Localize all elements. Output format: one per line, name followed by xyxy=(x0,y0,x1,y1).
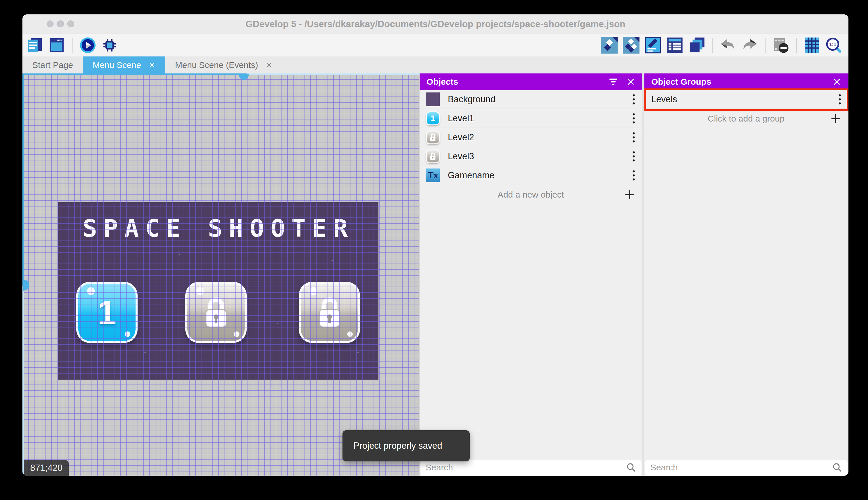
level1-button-instance[interactable]: 1 xyxy=(76,282,138,343)
horizontal-scroll-handle[interactable] xyxy=(239,74,249,80)
plus-icon[interactable] xyxy=(624,190,635,200)
redo-icon[interactable] xyxy=(741,37,758,54)
zoom-one-to-one-icon[interactable]: 1:1 xyxy=(825,37,842,54)
toast-message: Project properly saved xyxy=(342,441,442,451)
plus-icon[interactable] xyxy=(831,113,841,124)
background-thumbnail xyxy=(426,92,440,106)
groups-search-input[interactable] xyxy=(645,463,832,472)
group-name: Levels xyxy=(651,94,677,104)
level1-number: 1 xyxy=(97,293,117,332)
toolbar-separator xyxy=(712,38,713,53)
save-toast: Project properly saved xyxy=(342,430,470,462)
gdevelop-window: GDevelop 5 - /Users/dkarakay/Documents/G… xyxy=(22,14,848,476)
object-name: Level1 xyxy=(448,113,474,124)
level3-thumbnail xyxy=(426,149,440,163)
groups-search-bar[interactable] xyxy=(645,460,847,475)
kebab-menu-icon[interactable] xyxy=(632,113,635,124)
group-row-levels[interactable]: Levels xyxy=(644,90,848,109)
object-groups-panel-title: Object Groups xyxy=(644,77,711,87)
filter-icon[interactable] xyxy=(608,78,618,86)
kebab-menu-icon[interactable] xyxy=(632,151,635,162)
object-row-background[interactable]: Background xyxy=(420,90,642,109)
object-name: Gamename xyxy=(448,170,494,181)
object-name: Background xyxy=(448,94,495,104)
horizontal-scroll-indicator[interactable] xyxy=(22,73,247,75)
layers-panel-icon[interactable] xyxy=(689,37,705,54)
window-title: GDevelop 5 - /Users/dkarakay/Documents/G… xyxy=(109,14,762,33)
tab-label: Menu Scene (Events) xyxy=(175,60,258,70)
cursor-coordinates-badge: 871;420 xyxy=(24,460,69,476)
toolbar-separator xyxy=(765,38,765,53)
render-options-icon[interactable] xyxy=(772,37,789,54)
horizontal-scroll-track[interactable] xyxy=(247,73,419,75)
properties-panel-icon[interactable] xyxy=(645,37,661,54)
kebab-menu-icon[interactable] xyxy=(632,170,635,181)
add-new-object-label: Add a new object xyxy=(420,190,624,200)
object-row-level1[interactable]: 1 Level1 xyxy=(420,109,642,128)
object-groups-panel-header: Object Groups xyxy=(644,73,848,90)
add-new-object-button[interactable]: Add a new object xyxy=(420,185,642,204)
object-name: Level3 xyxy=(448,151,474,162)
panel-gap xyxy=(642,73,644,476)
objects-search-input[interactable] xyxy=(421,463,626,472)
level2-thumbnail xyxy=(426,130,440,144)
close-icon[interactable] xyxy=(627,78,635,86)
tab-start-page[interactable]: Start Page xyxy=(22,56,83,73)
lock-icon xyxy=(429,133,437,142)
objects-panel-title: Objects xyxy=(420,77,458,87)
vertical-scroll-track[interactable] xyxy=(22,286,24,476)
search-icon xyxy=(626,462,636,473)
minimize-window-button[interactable] xyxy=(57,21,64,27)
close-icon[interactable] xyxy=(833,78,841,86)
toolbar-separator xyxy=(796,38,797,53)
vertical-scroll-indicator[interactable] xyxy=(22,73,24,286)
grid-icon[interactable] xyxy=(804,37,820,54)
undo-icon[interactable] xyxy=(719,37,736,54)
scene-editor-canvas[interactable]: SPACE SHOOTER 1 xyxy=(22,73,419,476)
lock-icon xyxy=(429,152,437,161)
object-row-gamename[interactable]: Tx Gamename xyxy=(420,166,642,185)
kebab-menu-icon[interactable] xyxy=(838,94,842,105)
toolbar-separator xyxy=(72,38,72,53)
object-groups-panel: Object Groups Levels Click to add a grou… xyxy=(644,73,848,476)
tab-menu-scene[interactable]: Menu Scene xyxy=(83,56,165,73)
instances-list-panel-icon[interactable] xyxy=(667,37,683,54)
close-window-button[interactable] xyxy=(47,21,54,27)
level3-button-instance[interactable] xyxy=(299,282,360,343)
tab-close-icon[interactable] xyxy=(149,61,155,69)
kebab-menu-icon[interactable] xyxy=(632,132,635,143)
title-bar: GDevelop 5 - /Users/dkarakay/Documents/G… xyxy=(22,14,848,33)
object-row-level2[interactable]: Level2 xyxy=(420,128,642,147)
object-name: Level2 xyxy=(448,132,474,143)
lock-icon xyxy=(315,296,344,329)
search-icon xyxy=(832,462,842,473)
objects-search-bar[interactable] xyxy=(421,460,642,475)
project-manager-icon[interactable] xyxy=(26,37,43,54)
gamename-instance[interactable]: SPACE SHOOTER xyxy=(58,214,378,242)
add-group-label: Click to add a group xyxy=(644,114,831,124)
object-row-level3[interactable]: Level3 xyxy=(420,147,642,166)
level2-button-instance[interactable] xyxy=(185,282,247,343)
tab-label: Menu Scene xyxy=(93,60,141,70)
add-group-button[interactable]: Click to add a group xyxy=(644,109,848,128)
kebab-menu-icon[interactable] xyxy=(632,94,635,105)
objects-panel: Objects Background xyxy=(420,73,642,476)
objects-panel-icon[interactable] xyxy=(601,37,618,54)
debug-icon[interactable] xyxy=(101,37,118,54)
gamename-thumbnail: Tx xyxy=(426,169,440,182)
maximize-window-button[interactable] xyxy=(67,21,74,27)
play-preview-icon[interactable] xyxy=(80,37,96,54)
objects-panel-header: Objects xyxy=(420,73,642,90)
tab-menu-scene-events[interactable]: Menu Scene (Events) xyxy=(165,56,282,73)
lock-icon xyxy=(202,296,231,329)
tab-label: Start Page xyxy=(32,60,73,70)
tab-close-icon[interactable] xyxy=(266,61,272,69)
scene-window-icon[interactable] xyxy=(48,37,65,54)
svg-text:1:1: 1:1 xyxy=(829,42,836,47)
level1-thumbnail: 1 xyxy=(426,112,440,125)
background-instance[interactable]: SPACE SHOOTER 1 xyxy=(58,202,378,379)
editor-tab-bar: Start Page Menu Scene Menu Scene (Events… xyxy=(22,56,848,73)
main-toolbar: 1:1 xyxy=(22,34,848,56)
vertical-scroll-handle[interactable] xyxy=(23,280,30,291)
object-groups-panel-icon[interactable] xyxy=(623,37,640,54)
